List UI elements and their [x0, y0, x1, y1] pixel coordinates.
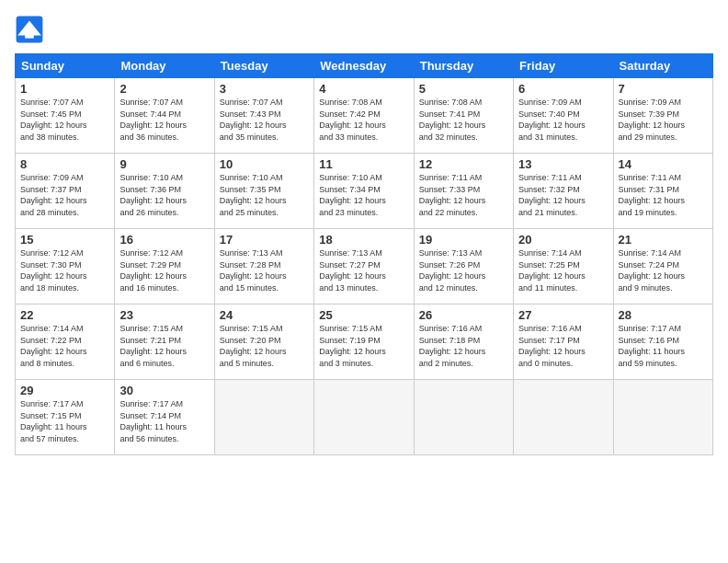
weekday-friday: Friday [514, 54, 613, 78]
day-info: Sunrise: 7:13 AM Sunset: 7:27 PM Dayligh… [319, 247, 408, 293]
day-number: 20 [518, 233, 608, 247]
day-number: 25 [319, 308, 408, 322]
day-info: Sunrise: 7:17 AM Sunset: 7:16 PM Dayligh… [619, 323, 708, 369]
day-info: Sunrise: 7:13 AM Sunset: 7:28 PM Dayligh… [220, 247, 309, 293]
page: SundayMondayTuesdayWednesdayThursdayFrid… [0, 0, 728, 563]
calendar-week-1: 1Sunrise: 7:07 AM Sunset: 7:45 PM Daylig… [16, 78, 713, 154]
calendar-cell [314, 380, 414, 455]
calendar-cell: 2Sunrise: 7:07 AM Sunset: 7:44 PM Daylig… [115, 78, 214, 154]
calendar-cell [414, 380, 513, 455]
day-number: 10 [220, 157, 309, 171]
day-number: 12 [419, 157, 508, 171]
calendar-week-4: 22Sunrise: 7:14 AM Sunset: 7:22 PM Dayli… [16, 304, 713, 380]
day-number: 21 [619, 233, 708, 247]
calendar-cell: 9Sunrise: 7:10 AM Sunset: 7:36 PM Daylig… [115, 154, 214, 229]
day-info: Sunrise: 7:13 AM Sunset: 7:26 PM Dayligh… [419, 247, 508, 293]
calendar-cell: 27Sunrise: 7:16 AM Sunset: 7:17 PM Dayli… [514, 304, 613, 380]
weekday-monday: Monday [115, 54, 214, 78]
day-number: 23 [119, 308, 209, 322]
weekday-saturday: Saturday [613, 54, 712, 78]
calendar-cell: 19Sunrise: 7:13 AM Sunset: 7:26 PM Dayli… [414, 229, 513, 304]
calendar-week-5: 29Sunrise: 7:17 AM Sunset: 7:15 PM Dayli… [16, 380, 713, 455]
calendar-cell: 22Sunrise: 7:14 AM Sunset: 7:22 PM Dayli… [16, 304, 115, 380]
day-info: Sunrise: 7:10 AM Sunset: 7:36 PM Dayligh… [119, 172, 209, 218]
day-info: Sunrise: 7:12 AM Sunset: 7:30 PM Dayligh… [20, 247, 109, 293]
day-number: 5 [419, 82, 508, 96]
calendar-body: 1Sunrise: 7:07 AM Sunset: 7:45 PM Daylig… [16, 78, 713, 455]
day-info: Sunrise: 7:16 AM Sunset: 7:17 PM Dayligh… [518, 323, 608, 369]
calendar-cell: 29Sunrise: 7:17 AM Sunset: 7:15 PM Dayli… [16, 380, 115, 455]
day-info: Sunrise: 7:08 AM Sunset: 7:41 PM Dayligh… [419, 97, 508, 143]
calendar-cell: 14Sunrise: 7:11 AM Sunset: 7:31 PM Dayli… [613, 154, 712, 229]
day-number: 14 [619, 157, 708, 171]
day-info: Sunrise: 7:14 AM Sunset: 7:24 PM Dayligh… [619, 247, 708, 293]
calendar-cell: 28Sunrise: 7:17 AM Sunset: 7:16 PM Dayli… [613, 304, 712, 380]
calendar-cell: 12Sunrise: 7:11 AM Sunset: 7:33 PM Dayli… [414, 154, 513, 229]
calendar-week-2: 8Sunrise: 7:09 AM Sunset: 7:37 PM Daylig… [16, 154, 713, 229]
day-info: Sunrise: 7:11 AM Sunset: 7:33 PM Dayligh… [419, 172, 508, 218]
weekday-tuesday: Tuesday [214, 54, 313, 78]
day-number: 2 [119, 82, 209, 96]
calendar-cell: 18Sunrise: 7:13 AM Sunset: 7:27 PM Dayli… [314, 229, 414, 304]
header [15, 15, 713, 44]
day-number: 24 [220, 308, 309, 322]
day-number: 22 [20, 308, 109, 322]
day-info: Sunrise: 7:15 AM Sunset: 7:19 PM Dayligh… [319, 323, 408, 369]
day-info: Sunrise: 7:10 AM Sunset: 7:35 PM Dayligh… [220, 172, 309, 218]
calendar-week-3: 15Sunrise: 7:12 AM Sunset: 7:30 PM Dayli… [16, 229, 713, 304]
calendar-cell: 21Sunrise: 7:14 AM Sunset: 7:24 PM Dayli… [613, 229, 712, 304]
day-info: Sunrise: 7:12 AM Sunset: 7:29 PM Dayligh… [119, 247, 209, 293]
weekday-thursday: Thursday [414, 54, 513, 78]
calendar-cell: 20Sunrise: 7:14 AM Sunset: 7:25 PM Dayli… [514, 229, 613, 304]
day-number: 18 [319, 233, 408, 247]
calendar-cell: 8Sunrise: 7:09 AM Sunset: 7:37 PM Daylig… [16, 154, 115, 229]
day-info: Sunrise: 7:11 AM Sunset: 7:31 PM Dayligh… [619, 172, 708, 218]
calendar-cell: 7Sunrise: 7:09 AM Sunset: 7:39 PM Daylig… [613, 78, 712, 154]
day-number: 3 [220, 82, 309, 96]
day-info: Sunrise: 7:07 AM Sunset: 7:45 PM Dayligh… [20, 97, 109, 143]
day-number: 7 [619, 82, 708, 96]
day-number: 15 [20, 233, 109, 247]
day-info: Sunrise: 7:14 AM Sunset: 7:22 PM Dayligh… [20, 323, 109, 369]
day-info: Sunrise: 7:09 AM Sunset: 7:40 PM Dayligh… [518, 97, 608, 143]
calendar-cell: 6Sunrise: 7:09 AM Sunset: 7:40 PM Daylig… [514, 78, 613, 154]
logo-icon [15, 15, 44, 44]
day-number: 28 [619, 308, 708, 322]
day-number: 4 [319, 82, 408, 96]
day-info: Sunrise: 7:08 AM Sunset: 7:42 PM Dayligh… [319, 97, 408, 143]
day-info: Sunrise: 7:09 AM Sunset: 7:37 PM Dayligh… [20, 172, 109, 218]
logo [15, 15, 48, 44]
day-number: 26 [419, 308, 508, 322]
day-number: 19 [419, 233, 508, 247]
day-number: 17 [220, 233, 309, 247]
day-number: 11 [319, 157, 408, 171]
day-info: Sunrise: 7:07 AM Sunset: 7:44 PM Dayligh… [119, 97, 209, 143]
calendar-cell: 3Sunrise: 7:07 AM Sunset: 7:43 PM Daylig… [214, 78, 313, 154]
day-number: 16 [119, 233, 209, 247]
day-number: 6 [518, 82, 608, 96]
calendar-cell: 16Sunrise: 7:12 AM Sunset: 7:29 PM Dayli… [115, 229, 214, 304]
calendar-cell: 5Sunrise: 7:08 AM Sunset: 7:41 PM Daylig… [414, 78, 513, 154]
day-number: 1 [20, 82, 109, 96]
weekday-header-row: SundayMondayTuesdayWednesdayThursdayFrid… [16, 54, 713, 78]
day-number: 8 [20, 157, 109, 171]
day-info: Sunrise: 7:15 AM Sunset: 7:20 PM Dayligh… [220, 323, 309, 369]
day-info: Sunrise: 7:17 AM Sunset: 7:14 PM Dayligh… [119, 398, 209, 444]
day-info: Sunrise: 7:07 AM Sunset: 7:43 PM Dayligh… [220, 97, 309, 143]
weekday-sunday: Sunday [16, 54, 115, 78]
svg-rect-2 [25, 29, 34, 39]
calendar-cell: 10Sunrise: 7:10 AM Sunset: 7:35 PM Dayli… [214, 154, 313, 229]
calendar-cell: 13Sunrise: 7:11 AM Sunset: 7:32 PM Dayli… [514, 154, 613, 229]
weekday-wednesday: Wednesday [314, 54, 414, 78]
day-info: Sunrise: 7:17 AM Sunset: 7:15 PM Dayligh… [20, 398, 109, 444]
day-info: Sunrise: 7:09 AM Sunset: 7:39 PM Dayligh… [619, 97, 708, 143]
calendar-cell: 30Sunrise: 7:17 AM Sunset: 7:14 PM Dayli… [115, 380, 214, 455]
calendar-cell: 1Sunrise: 7:07 AM Sunset: 7:45 PM Daylig… [16, 78, 115, 154]
calendar-cell [514, 380, 613, 455]
calendar-table: SundayMondayTuesdayWednesdayThursdayFrid… [15, 53, 713, 455]
day-number: 29 [20, 384, 109, 397]
calendar-cell: 24Sunrise: 7:15 AM Sunset: 7:20 PM Dayli… [214, 304, 313, 380]
day-info: Sunrise: 7:15 AM Sunset: 7:21 PM Dayligh… [119, 323, 209, 369]
day-number: 9 [119, 157, 209, 171]
day-info: Sunrise: 7:16 AM Sunset: 7:18 PM Dayligh… [419, 323, 508, 369]
